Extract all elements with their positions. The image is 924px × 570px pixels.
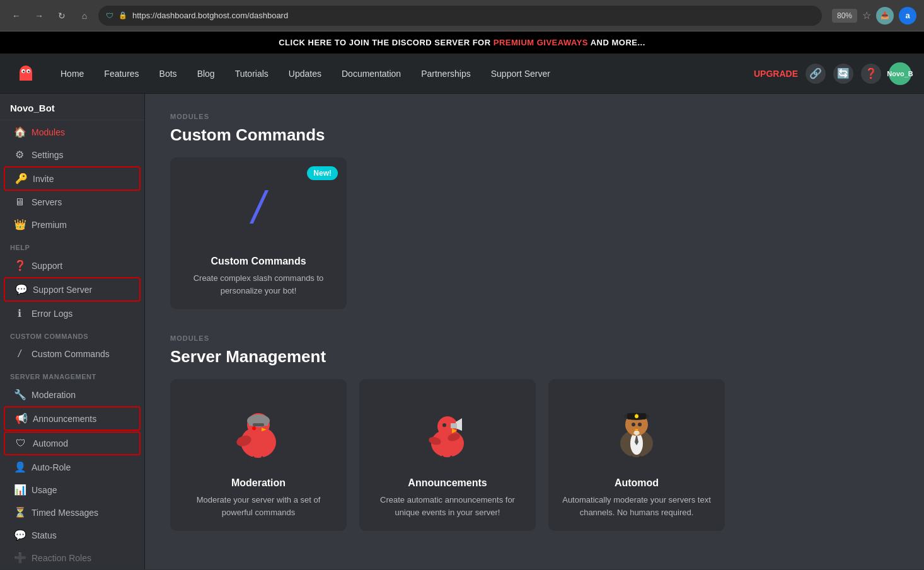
sidebar-reaction-roles-label: Reaction Roles: [32, 553, 91, 563]
settings-icon: ⚙: [14, 149, 25, 161]
nav-features[interactable]: Features: [95, 64, 147, 84]
refresh-icon-button[interactable]: 🔄: [833, 64, 853, 84]
svg-point-39: [632, 423, 635, 426]
main-content: MODULES Custom Commands New! / Custom Co…: [145, 94, 924, 569]
svg-point-12: [252, 426, 256, 430]
nav-right: UPGRADE 🔗 🔄 ❓ Novo_B: [754, 62, 911, 85]
card-moderation[interactable]: Moderation Moderate your server with a s…: [170, 379, 347, 531]
slash-symbol: /: [252, 185, 265, 231]
sidebar-auto-role-label: Auto-Role: [32, 462, 71, 472]
sidebar-item-automod[interactable]: 🛡 Automod: [4, 431, 141, 455]
card-icon-announcements: [416, 392, 479, 467]
bookmark-icon[interactable]: ☆: [862, 9, 871, 21]
servers-icon: 🖥: [14, 197, 25, 208]
browser-chrome: ← → ↻ ⌂ 🛡 🔒 https://dashboard.botghost.c…: [0, 0, 924, 31]
sidebar-item-announcements[interactable]: 📢 Announcements: [4, 406, 141, 431]
user-avatar[interactable]: Novo_B: [889, 62, 911, 85]
announcements-character: [419, 398, 476, 461]
svg-point-6: [28, 71, 30, 72]
card-automod[interactable]: Automod Automatically moderate your serv…: [548, 379, 725, 531]
sidebar-item-status[interactable]: 💬 Status: [4, 524, 141, 546]
sidebar-modules-label: Modules: [32, 127, 65, 137]
home-icon: 🏠: [14, 126, 25, 138]
custom-commands-section-label: Custom Commands: [0, 325, 144, 343]
status-icon: 💬: [14, 529, 25, 541]
card-icon-moderation: [227, 392, 290, 467]
sidebar-support-server-label: Support Server: [33, 285, 92, 295]
sidebar-item-settings[interactable]: ⚙ Settings: [4, 144, 141, 166]
card-announcements[interactable]: Announcements Create automatic announcem…: [359, 379, 536, 531]
svg-line-43: [628, 456, 632, 460]
sidebar-item-modules[interactable]: 🏠 Modules: [4, 121, 141, 143]
section-custom-commands: MODULES Custom Commands New! / Custom Co…: [170, 113, 899, 309]
sidebar-item-custom-commands[interactable]: / Custom Commands: [4, 343, 141, 365]
nav-logo[interactable]: [13, 60, 39, 87]
svg-point-40: [638, 423, 642, 426]
pocket-icon[interactable]: 📥: [876, 7, 894, 25]
sidebar-automod-label: Automod: [33, 438, 68, 448]
card-desc-custom-commands: Create complex slash commands to persona…: [183, 272, 334, 297]
sidebar-premium-label: Premium: [32, 220, 67, 230]
sidebar-usage-label: Usage: [32, 485, 57, 495]
back-button[interactable]: ←: [8, 7, 25, 25]
sidebar-item-support-server[interactable]: 💬 Support Server: [4, 277, 141, 302]
nav-support-server[interactable]: Support Server: [482, 64, 559, 84]
support-icon: ❓: [14, 259, 25, 271]
section-server-management: MODULES Server Management: [170, 334, 899, 531]
main-layout: Novo_Bot 🏠 Modules ⚙ Settings 🔑 Invite 🖥…: [0, 94, 924, 569]
home-button[interactable]: ⌂: [76, 7, 93, 25]
sidebar-settings-label: Settings: [32, 150, 64, 160]
sidebar-item-reaction-roles[interactable]: ➕ Reaction Roles: [4, 547, 141, 569]
moderation-icon: 🔧: [14, 389, 25, 401]
sidebar-item-timed-messages[interactable]: ⏳ Timed Messages: [4, 501, 141, 523]
browser-right-controls: 80% ☆ 📥 a: [832, 7, 916, 25]
card-icon-automod: [605, 392, 668, 467]
new-badge: New!: [307, 166, 338, 180]
sidebar-item-usage[interactable]: 📊 Usage: [4, 479, 141, 501]
link-icon-button[interactable]: 🔗: [806, 64, 826, 84]
main-nav: Home Features Bots Blog Tutorials Update…: [0, 54, 924, 94]
card-title-moderation: Moderation: [231, 477, 286, 489]
section-title-2: Server Management: [170, 347, 899, 367]
upgrade-button[interactable]: UPGRADE: [754, 69, 798, 79]
sidebar-item-support[interactable]: ❓ Support: [4, 254, 141, 276]
reaction-roles-icon: ➕: [14, 552, 25, 564]
sidebar-status-label: Status: [32, 530, 57, 540]
automod-icon: 🛡: [15, 438, 26, 449]
forward-button[interactable]: →: [30, 7, 48, 25]
svg-point-5: [23, 71, 25, 72]
nav-items: Home Features Bots Blog Tutorials Update…: [52, 64, 754, 84]
svg-line-44: [640, 456, 644, 460]
shield-icon: 🛡: [106, 11, 113, 20]
sidebar-item-servers[interactable]: 🖥 Servers: [4, 191, 141, 213]
nav-bots[interactable]: Bots: [151, 64, 186, 84]
zoom-level[interactable]: 80%: [832, 9, 857, 23]
nav-home[interactable]: Home: [52, 64, 93, 84]
sidebar-item-error-logs[interactable]: ℹ Error Logs: [4, 302, 141, 324]
premium-icon: 👑: [14, 219, 25, 231]
card-custom-commands[interactable]: New! / Custom Commands Create complex sl…: [170, 157, 347, 309]
sidebar-item-premium[interactable]: 👑 Premium: [4, 214, 141, 236]
browser-user-button[interactable]: a: [899, 7, 916, 25]
announcement-bar[interactable]: CLICK HERE TO JOIN THE DISCORD SERVER FO…: [0, 31, 924, 54]
card-title-custom-commands: Custom Commands: [211, 256, 306, 267]
nav-blog[interactable]: Blog: [188, 64, 224, 84]
svg-rect-11: [253, 423, 264, 426]
reload-button[interactable]: ↻: [53, 7, 71, 25]
sidebar-servers-label: Servers: [32, 197, 62, 207]
sidebar-timed-messages-label: Timed Messages: [32, 508, 98, 518]
nav-tutorials[interactable]: Tutorials: [226, 64, 277, 84]
help-icon-button[interactable]: ❓: [861, 64, 881, 84]
sidebar-item-auto-role[interactable]: 👤 Auto-Role: [4, 456, 141, 478]
sidebar-support-label: Support: [32, 261, 62, 271]
sidebar-item-moderation[interactable]: 🔧 Moderation: [4, 384, 141, 406]
nav-documentation[interactable]: Documentation: [333, 64, 410, 84]
address-bar[interactable]: 🛡 🔒 https://dashboard.botghost.com/dashb…: [98, 6, 822, 26]
nav-updates[interactable]: Updates: [280, 64, 330, 84]
sidebar-item-invite[interactable]: 🔑 Invite: [4, 166, 141, 191]
section-title-1: Custom Commands: [170, 125, 899, 145]
lock-icon: 🔒: [118, 11, 127, 20]
error-logs-icon: ℹ: [14, 307, 25, 319]
invite-icon: 🔑: [15, 173, 26, 185]
nav-partnerships[interactable]: Partnerships: [412, 64, 480, 84]
